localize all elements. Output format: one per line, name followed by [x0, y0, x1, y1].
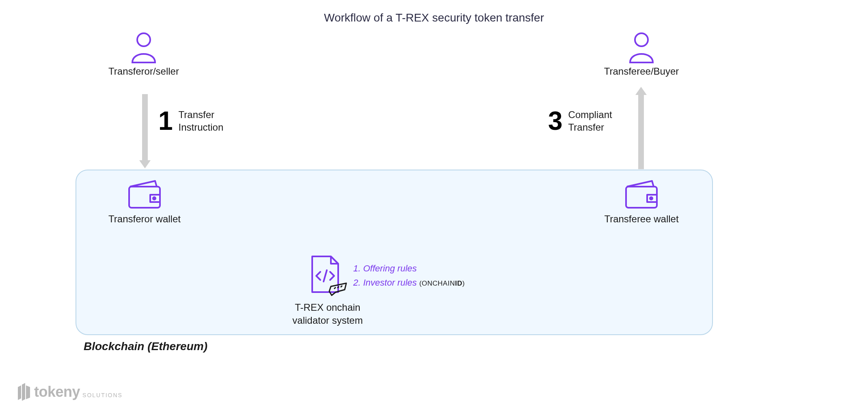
logo-text: tokeny — [34, 383, 80, 400]
svg-point-3 — [153, 197, 155, 200]
person-icon — [627, 32, 656, 63]
arrow-seller-to-wallet — [142, 94, 148, 161]
actor-seller: Transferor/seller — [103, 32, 184, 77]
svg-point-5 — [650, 197, 652, 200]
arrow-wallet-to-buyer — [638, 94, 644, 169]
step-1-number: 1 — [158, 108, 173, 134]
svg-point-0 — [137, 33, 150, 46]
step-1: 1 TransferInstruction — [158, 108, 223, 134]
diagram-title: Workflow of a T-REX security token trans… — [324, 11, 544, 24]
code-file-icon — [307, 255, 348, 299]
tokeny-logo: tokeny SOLUTIONS — [16, 383, 123, 401]
svg-point-1 — [635, 33, 648, 46]
wallet-icon — [126, 179, 163, 210]
step-3: 3 CompliantTransfer — [548, 108, 612, 134]
rule-offering: 1. Offering rules — [353, 261, 465, 275]
logo-subtext: SOLUTIONS — [82, 392, 123, 398]
wallet-to-label: Transferee wallet — [601, 213, 682, 225]
wallet-from-label: Transferor wallet — [104, 213, 185, 225]
wallet-to: Transferee wallet — [601, 179, 682, 225]
validator-label: T-REX onchainvalidator system — [285, 301, 370, 327]
step-3-text: CompliantTransfer — [568, 108, 612, 133]
step-3-number: 3 — [548, 108, 563, 134]
blockchain-label: Blockchain (Ethereum) — [84, 340, 207, 353]
validator-system: T-REX onchainvalidator system — [297, 255, 358, 327]
logo-mark-icon — [16, 383, 32, 401]
actor-buyer-label: Transferee/Buyer — [601, 66, 682, 77]
person-icon — [129, 32, 158, 63]
validator-rules: 1. Offering rules 2. Investor rules (ONC… — [353, 261, 465, 290]
step-1-text: TransferInstruction — [179, 108, 224, 133]
wallet-icon — [623, 179, 660, 210]
actor-buyer: Transferee/Buyer — [601, 32, 682, 77]
rule-investor: 2. Investor rules (ONCHAINID) — [353, 275, 465, 290]
actor-seller-label: Transferor/seller — [103, 66, 184, 77]
wallet-from: Transferor wallet — [104, 179, 185, 225]
